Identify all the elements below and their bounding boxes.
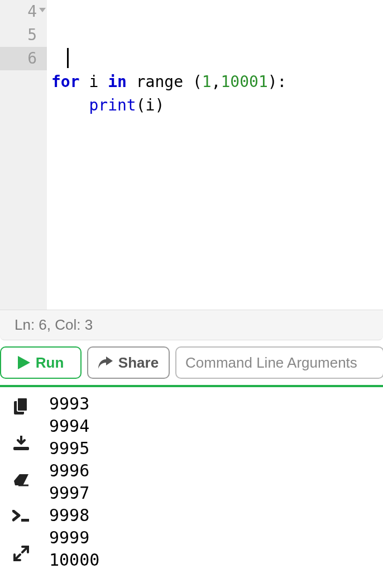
line-number: 6: [0, 47, 47, 70]
play-icon: [18, 356, 30, 369]
erase-icon[interactable]: [10, 469, 32, 491]
svg-marker-0: [18, 356, 30, 369]
output-panel: 9993 9994 9995 9996 9997 9998 9999 10000: [0, 385, 383, 588]
svg-rect-4: [21, 519, 29, 522]
svg-rect-2: [17, 398, 27, 411]
svg-rect-3: [13, 447, 29, 450]
run-button-label: Run: [36, 354, 64, 372]
line-number: 4: [0, 0, 47, 23]
text-cursor: [67, 48, 69, 68]
cursor-position: Ln: 6, Col: 3: [15, 316, 93, 334]
share-button-label: Share: [118, 354, 159, 372]
command-arguments-input[interactable]: [175, 346, 383, 379]
status-bar: Ln: 6, Col: 3: [0, 310, 383, 340]
line-number: 5: [0, 23, 47, 47]
code-line[interactable]: print(i): [51, 94, 383, 117]
expand-icon[interactable]: [10, 542, 32, 565]
code-content[interactable]: for i in range (1,10001): print(i): [47, 0, 383, 310]
run-button[interactable]: Run: [0, 346, 82, 379]
code-editor[interactable]: 456 for i in range (1,10001): print(i): [0, 0, 383, 310]
output-console[interactable]: 9993 9994 9995 9996 9997 9998 9999 10000: [42, 387, 383, 588]
output-side-toolbar: [0, 387, 42, 588]
toolbar: Run Share: [0, 340, 383, 385]
line-number-gutter: 456: [0, 0, 47, 310]
share-button[interactable]: Share: [87, 346, 170, 379]
share-icon: [98, 356, 113, 369]
download-icon[interactable]: [10, 432, 32, 454]
fold-chevron-icon[interactable]: [39, 8, 46, 12]
terminal-icon[interactable]: [10, 505, 32, 528]
copy-icon[interactable]: [10, 395, 32, 417]
code-line[interactable]: [51, 117, 383, 141]
code-line[interactable]: for i in range (1,10001):: [51, 70, 383, 94]
